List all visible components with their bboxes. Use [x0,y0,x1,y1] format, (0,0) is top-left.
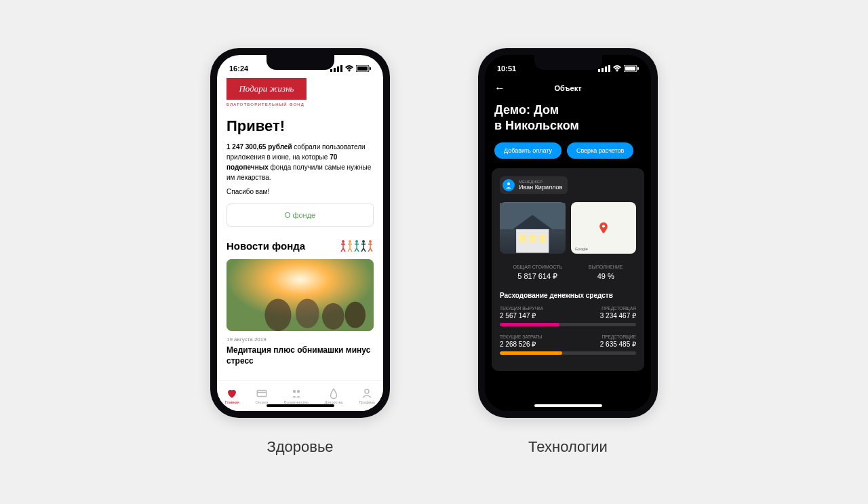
svg-rect-0 [330,69,332,72]
home-indicator[interactable] [534,404,602,407]
home-indicator[interactable] [267,404,334,407]
completion-label: ВЫПОЛНЕНИЕ [589,265,623,269]
status-time: 10:51 [497,64,516,73]
svg-point-13 [264,298,291,331]
stat-text: 1 247 300,65 рублей собрали пользователи… [226,142,374,182]
battery-icon [624,65,639,72]
svg-point-9 [355,240,358,243]
completion-value: 49 % [589,272,623,280]
phone-notch [534,55,602,70]
svg-rect-22 [598,69,600,72]
card-icon [256,387,268,400]
svg-point-10 [362,240,365,243]
drop-icon [328,387,340,400]
caption-tech: Технологии [528,438,608,456]
tab-profile[interactable]: Профиль [359,387,375,404]
wifi-icon [612,65,622,72]
app-logo: Подари жизнь [226,78,307,100]
tab-payment[interactable]: Оплата [255,387,268,404]
svg-point-29 [507,182,510,185]
greeting-heading: Привет! [226,117,374,135]
svg-point-7 [342,240,344,243]
map-pin-icon [597,221,610,235]
manager-avatar-icon [502,179,515,191]
map-attribution: Google [575,247,588,251]
nav-title: Объект [494,84,642,92]
signal-icon [330,65,342,72]
people-holding-hands-icon [340,239,374,252]
svg-rect-23 [601,68,604,72]
svg-rect-6 [370,67,371,70]
news-image[interactable] [226,259,374,331]
object-card: МЕНЕДЖЕР Иван Кириллов Google ОБЩАЯ СТОИ… [492,168,644,371]
svg-rect-5 [357,66,368,71]
svg-point-8 [349,240,351,243]
expense-progress-bar [500,351,636,355]
phone-tech-app: 10:51 ← Объект Демо: Домв Никольском Доб… [478,48,658,418]
revenue-upcoming-label: ПРЕДСТОЯЩАЯ [601,306,636,311]
tab-donor[interactable]: Донорство [325,387,343,404]
revenue-upcoming-value: 3 234 467 ₽ [600,312,636,319]
about-fund-button[interactable]: О фонде [226,203,374,227]
svg-point-36 [602,225,605,227]
manager-name: Иван Кириллов [519,184,562,191]
svg-rect-2 [337,66,339,72]
svg-rect-1 [334,68,336,72]
wifi-icon [344,65,354,72]
logo-subtitle: БЛАГОТВОРИТЕЛЬНЫЙ ФОНД [226,102,374,106]
news-section-title: Новости фонда [226,240,305,252]
profile-icon [361,387,373,400]
thanks-text: Спасибо вам! [226,188,374,195]
back-button[interactable]: ← [494,82,505,94]
expense-current-value: 2 268 526 ₽ [500,341,536,348]
battery-icon [356,65,371,72]
expense-upcoming-value: 2 635 485 ₽ [600,341,636,348]
status-time: 16:24 [229,64,248,73]
phone-notch [267,55,334,70]
svg-rect-34 [529,234,536,242]
svg-rect-24 [605,66,607,72]
signal-icon [598,65,610,72]
revenue-progress-bar [500,323,636,326]
house-photo-thumbnail[interactable] [500,202,566,254]
news-date: 19 августа 2019 [226,336,374,343]
svg-point-14 [296,298,319,328]
page-title: Демо: Домв Никольском [494,102,642,134]
svg-rect-27 [625,66,635,71]
expense-current-label: ТЕКУЩИЕ ЗАТРАТЫ [500,334,542,339]
map-thumbnail[interactable]: Google [571,202,637,254]
caption-health: Здоровье [267,438,333,456]
svg-rect-35 [539,234,546,242]
svg-rect-17 [257,391,267,397]
spending-section-title: Расходование денежных средств [500,292,636,299]
svg-point-20 [297,390,300,393]
svg-rect-25 [608,65,610,72]
tab-volunteer[interactable]: Волонтерство [284,387,309,404]
svg-point-11 [369,240,372,243]
phone-health-app: 16:24 Подари жизнь БЛАГОТВОРИТЕЛЬНЫЙ ФОН… [210,48,390,418]
revenue-current-label: ТЕКУЩАЯ ВЫРУЧКА [500,306,543,311]
total-cost-label: ОБЩАЯ СТОИМОСТЬ [513,265,563,269]
svg-rect-28 [637,67,639,70]
expense-upcoming-label: ПРЕДСТОЯЩИЕ [601,334,636,339]
svg-point-16 [345,302,366,328]
total-cost-value: 5 817 614 ₽ [513,272,563,281]
news-headline[interactable]: Медитация плюс обнимашки минус стресс [226,345,374,366]
revenue-current-value: 2 567 147 ₽ [500,312,536,319]
svg-point-19 [293,390,296,393]
add-payment-button[interactable]: Добавить оплату [494,142,561,159]
reconcile-button[interactable]: Сверка расчетов [567,142,633,159]
people-icon [290,387,302,400]
svg-rect-33 [519,234,526,242]
manager-chip[interactable]: МЕНЕДЖЕР Иван Кириллов [500,176,568,194]
svg-point-21 [365,389,369,393]
svg-point-15 [322,303,344,330]
svg-rect-3 [340,65,342,72]
tab-home[interactable]: Главная [225,387,239,404]
heart-icon [226,387,238,400]
